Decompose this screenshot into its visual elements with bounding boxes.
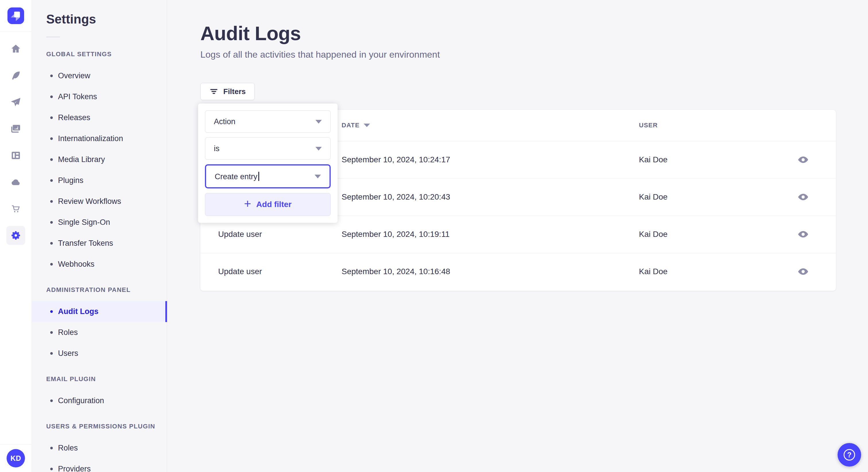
layout-icon[interactable] <box>6 146 25 165</box>
sidebar-item-transfer-tokens[interactable]: Transfer Tokens <box>32 233 167 254</box>
sidebar-item-internationalization[interactable]: Internationalization <box>32 128 167 149</box>
add-filter-button[interactable]: + Add filter <box>205 193 331 216</box>
cloud-icon[interactable] <box>6 173 25 192</box>
sidebar-item-up-roles[interactable]: Roles <box>32 438 167 459</box>
view-log-button[interactable] <box>795 152 811 168</box>
filter-popover: Action is Create entry + Add filter <box>198 103 338 223</box>
sidebar-item-label: Transfer Tokens <box>58 239 113 248</box>
column-header-user: USER <box>639 110 770 141</box>
question-mark-icon: ? <box>844 449 855 461</box>
bullet-icon <box>50 263 53 266</box>
bullet-icon <box>50 96 53 98</box>
bullet-icon <box>50 447 53 449</box>
cell-user: Kai Doe <box>639 216 770 253</box>
bullet-icon <box>50 242 53 245</box>
section-label-global-settings: GLOBAL SETTINGS <box>46 50 167 59</box>
column-header-date[interactable]: DATE <box>342 110 639 141</box>
bullet-icon <box>50 74 53 77</box>
cell-user: Kai Doe <box>639 253 770 290</box>
sidebar-divider <box>46 37 60 37</box>
sidebar-item-admin-roles[interactable]: Roles <box>32 322 167 343</box>
bullet-icon <box>50 221 53 224</box>
sidebar-item-label: API Tokens <box>58 92 97 101</box>
bullet-icon <box>50 200 53 203</box>
sort-descending-icon <box>364 124 370 127</box>
paper-plane-icon[interactable] <box>6 93 25 111</box>
sidebar-item-up-providers[interactable]: Providers <box>32 459 167 472</box>
avatar[interactable]: KD <box>7 449 25 467</box>
sidebar-item-label: Releases <box>58 113 90 122</box>
help-button[interactable]: ? <box>838 443 861 467</box>
filter-value-text: Create entry <box>215 172 259 181</box>
section-label-users-permissions-plugin: USERS & PERMISSIONS PLUGIN <box>46 422 167 431</box>
chevron-down-icon <box>315 120 322 124</box>
bullet-icon <box>50 331 53 334</box>
strapi-logo[interactable] <box>7 7 24 24</box>
sidebar-item-admin-users[interactable]: Users <box>32 343 167 364</box>
home-icon[interactable] <box>6 39 25 58</box>
column-header-date-label: DATE <box>342 122 360 129</box>
settings-gear-icon[interactable] <box>6 226 25 245</box>
sidebar-item-releases[interactable]: Releases <box>32 107 167 128</box>
chevron-down-icon <box>315 147 322 150</box>
filter-operator-value: is <box>214 144 220 153</box>
add-filter-label: Add filter <box>256 200 291 209</box>
column-header-actions <box>770 110 836 141</box>
filter-field-value: Action <box>214 117 236 126</box>
table-row: Update user September 10, 2024, 10:16:48… <box>200 253 836 290</box>
view-log-button[interactable] <box>795 264 811 279</box>
cell-user: Kai Doe <box>639 178 770 216</box>
sidebar-item-media-library[interactable]: Media Library <box>32 149 167 170</box>
sidebar-item-label: Overview <box>58 71 90 80</box>
cell-user: Kai Doe <box>639 141 770 178</box>
filter-operator-select[interactable]: is <box>205 137 331 160</box>
eye-icon <box>797 230 809 239</box>
chevron-down-icon <box>315 175 321 178</box>
settings-sidebar: Settings GLOBAL SETTINGS Overview API To… <box>32 0 167 472</box>
strapi-logo-icon <box>7 7 24 24</box>
cell-date: September 10, 2024, 10:16:48 <box>342 253 639 290</box>
sidebar-item-review-workflows[interactable]: Review Workflows <box>32 191 167 212</box>
eye-icon <box>797 156 809 164</box>
sidebar-item-label: Roles <box>58 444 78 452</box>
sidebar-item-label: Single Sign-On <box>58 218 110 227</box>
view-log-button[interactable] <box>795 226 811 242</box>
sidebar-item-label: Plugins <box>58 176 84 185</box>
filter-field-select[interactable]: Action <box>205 110 331 133</box>
bullet-icon <box>50 158 53 161</box>
bullet-icon <box>50 116 53 119</box>
sidebar-item-single-sign-on[interactable]: Single Sign-On <box>32 212 167 233</box>
eye-icon <box>797 267 809 276</box>
filter-icon <box>209 87 218 96</box>
section-administration-panel: Audit Logs Roles Users <box>32 301 167 364</box>
view-log-button[interactable] <box>795 189 811 205</box>
filter-value-combobox[interactable]: Create entry <box>205 164 331 189</box>
cell-date: September 10, 2024, 10:19:11 <box>342 216 639 253</box>
feather-icon[interactable] <box>6 66 25 85</box>
sidebar-item-label: Configuration <box>58 396 104 405</box>
sidebar-item-api-tokens[interactable]: API Tokens <box>32 86 167 107</box>
cart-icon[interactable] <box>6 199 25 218</box>
bullet-icon <box>50 137 53 140</box>
logo-container <box>0 0 32 32</box>
bullet-icon <box>50 179 53 182</box>
filters-button[interactable]: Filters <box>200 83 255 100</box>
sidebar-item-label: Audit Logs <box>58 307 98 316</box>
sidebar-item-label: Users <box>58 349 79 358</box>
sidebar-item-email-configuration[interactable]: Configuration <box>32 390 167 411</box>
rail-nav <box>6 39 25 245</box>
sidebar-item-audit-logs[interactable]: Audit Logs <box>32 301 167 322</box>
rail-user-section: KD <box>0 444 32 472</box>
sidebar-item-overview[interactable]: Overview <box>32 65 167 86</box>
sidebar-item-plugins[interactable]: Plugins <box>32 170 167 191</box>
sidebar-item-webhooks[interactable]: Webhooks <box>32 254 167 275</box>
cell-date: September 10, 2024, 10:20:43 <box>342 178 639 216</box>
section-email-plugin: Configuration <box>32 390 167 411</box>
eye-icon <box>797 193 809 201</box>
icon-rail: KD <box>0 0 32 472</box>
cell-action: Update user <box>200 253 342 290</box>
filters-button-label: Filters <box>223 87 246 96</box>
bullet-icon <box>50 352 53 355</box>
sidebar-item-label: Webhooks <box>58 260 94 269</box>
media-library-icon[interactable] <box>6 119 25 138</box>
